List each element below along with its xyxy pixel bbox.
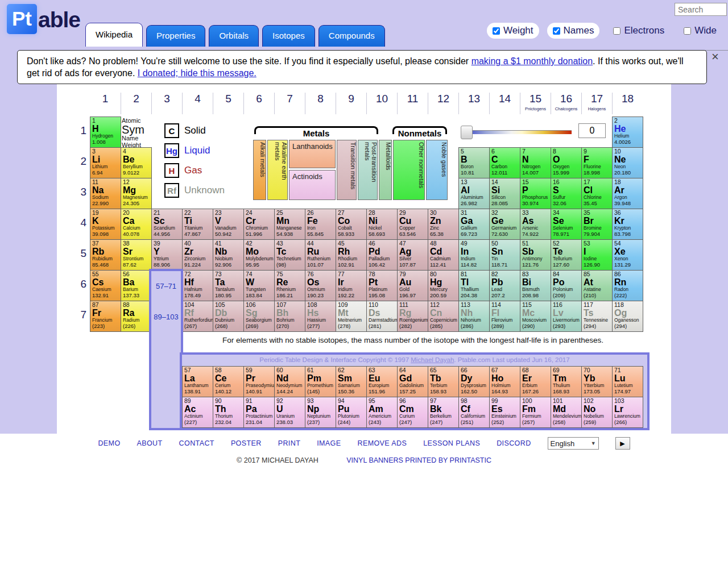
lanthanoid-series-marker[interactable]: 57–71	[152, 272, 180, 301]
element-cell-sm[interactable]: 62SmSamarium150.36	[336, 366, 367, 397]
element-cell-o[interactable]: 8OOxygen15.999	[551, 147, 582, 178]
element-cell-rg[interactable]: 111RgRoentgenium(282)	[397, 301, 428, 332]
element-cell-rb[interactable]: 37RbRubidium85.468	[90, 239, 121, 271]
element-cell-pm[interactable]: 61PmPromethium(145)	[305, 366, 336, 397]
group-header-15[interactable]: 15Pnictogens	[520, 93, 551, 114]
element-cell-pa[interactable]: 91PaProtactinium231.04	[243, 397, 275, 428]
banner-close-icon[interactable]: ×	[712, 51, 719, 63]
element-cell-rn[interactable]: 86RnRadon(222)	[612, 270, 643, 301]
element-cell-s[interactable]: 16SSulfur32.06	[551, 178, 582, 209]
element-cell-in[interactable]: 49InIndium114.82	[458, 239, 490, 271]
element-cell-mc[interactable]: 115McMoscovium(290)	[520, 301, 551, 332]
toggle-wide-checkbox[interactable]	[684, 27, 691, 35]
element-cell-mo[interactable]: 42MoMolybdenum95.95	[243, 239, 275, 271]
printastic-link[interactable]: VINYL BANNERS PRINTED BY PRINTASTIC	[346, 456, 491, 464]
tab-compounds[interactable]: Compounds	[318, 25, 385, 47]
element-cell-pr[interactable]: 59PrPraseodymium140.91	[243, 366, 275, 397]
element-cell-po[interactable]: 84PoPolonium(209)	[551, 270, 582, 301]
tab-properties[interactable]: Properties	[146, 25, 205, 47]
element-cell-al[interactable]: 13AlAluminium26.982	[458, 178, 490, 209]
element-cell-ar[interactable]: 18ArArgon39.948	[612, 178, 643, 209]
element-cell-cm[interactable]: 96CmCurium(247)	[397, 397, 428, 428]
element-cell-fl[interactable]: 114FlFlerovium(289)	[489, 301, 520, 332]
search-input[interactable]	[675, 3, 727, 16]
element-cell-ag[interactable]: 47AgSilver107.87	[397, 239, 428, 271]
element-cell-f[interactable]: 9FFluorine18.998	[581, 147, 613, 178]
element-cell-tl[interactable]: 81TlThallium204.38	[458, 270, 490, 301]
tab-wikipedia[interactable]: Wikipedia	[85, 23, 143, 47]
group-header-4[interactable]: 4	[182, 93, 213, 114]
tab-orbitals[interactable]: Orbitals	[209, 25, 259, 47]
toggle-names[interactable]: Names	[547, 23, 600, 39]
element-cell-mg[interactable]: 12MgMagnesium24.305	[121, 178, 152, 209]
group-header-9[interactable]: 9	[336, 93, 366, 114]
period-label-6[interactable]: 6	[68, 278, 86, 290]
element-cell-bk[interactable]: 97BkBerkelium(247)	[428, 397, 459, 428]
element-cell-h[interactable]: 1HHydrogen1.008	[90, 117, 121, 148]
group-header-6[interactable]: 6	[243, 93, 274, 114]
element-cell-la[interactable]: 57LaLanthanum138.91	[182, 366, 213, 397]
element-cell-es[interactable]: 99EsEinsteinium(252)	[489, 397, 520, 428]
element-cell-nd[interactable]: 60NdNeodymium144.24	[274, 366, 305, 397]
element-cell-ru[interactable]: 44RuRuthenium101.07	[305, 239, 336, 271]
element-cell-bi[interactable]: 83BiBismuth208.98	[520, 270, 551, 301]
element-cell-ce[interactable]: 58CeCerium140.12	[213, 366, 244, 397]
group-header-12[interactable]: 12	[428, 93, 458, 114]
group-header-17[interactable]: 17Halogens	[581, 93, 612, 114]
element-cell-k[interactable]: 19KPotassium39.098	[90, 209, 121, 240]
element-cell-as[interactable]: 33AsArsenic74.922	[520, 209, 551, 240]
element-cell-lr[interactable]: 103LrLawrencium(266)	[612, 397, 643, 428]
element-cell-ne[interactable]: 10NeNeon20.180	[612, 147, 643, 178]
element-cell-ts[interactable]: 117TsTennessine(294)	[581, 301, 613, 332]
element-cell-md[interactable]: 101MdMendelevium(258)	[551, 397, 582, 428]
group-header-2[interactable]: 2	[121, 93, 151, 114]
element-cell-fr[interactable]: 87FrFrancium(223)	[90, 301, 121, 332]
element-cell-sg[interactable]: 106SgSeaborgium(269)	[243, 301, 275, 332]
element-cell-p[interactable]: 15PPhosphorus30.974	[520, 178, 551, 209]
element-cell-rh[interactable]: 45RhRhodium102.91	[336, 239, 367, 271]
toggle-weight[interactable]: Weight	[487, 23, 539, 39]
toggle-weight-checkbox[interactable]	[493, 27, 500, 35]
element-cell-no[interactable]: 102NoNobelium(259)	[581, 397, 613, 428]
footer-link-image[interactable]: IMAGE	[317, 439, 341, 447]
element-cell-lu[interactable]: 71LuLutetium174.97	[612, 366, 643, 397]
footer-link-poster[interactable]: POSTER	[231, 439, 262, 447]
element-cell-pt[interactable]: 78PtPlatinum195.08	[366, 270, 398, 301]
footer-link-demo[interactable]: DEMO	[98, 439, 120, 447]
element-cell-rf[interactable]: 104RfRutherfordium(267)	[182, 301, 213, 332]
element-cell-pb[interactable]: 82PbLead207.2	[489, 270, 520, 301]
element-cell-ds[interactable]: 110DsDarmstadtium(281)	[366, 301, 398, 332]
element-cell-y[interactable]: 39YYttrium88.906	[151, 239, 183, 271]
element-cell-n[interactable]: 7NNitrogen14.007	[520, 147, 551, 178]
footer-link-discord[interactable]: DISCORD	[497, 439, 531, 447]
element-cell-fm[interactable]: 100FmFermium(257)	[520, 397, 551, 428]
element-cell-sr[interactable]: 38SrStrontium87.62	[121, 239, 152, 271]
footer-link-remove-ads[interactable]: REMOVE ADS	[357, 439, 407, 447]
element-cell-tm[interactable]: 69TmThulium168.93	[551, 366, 582, 397]
element-cell-am[interactable]: 95AmAmericium(243)	[366, 397, 398, 428]
element-cell-th[interactable]: 90ThThorium232.04	[213, 397, 244, 428]
element-cell-fe[interactable]: 26FeIron55.845	[305, 209, 336, 240]
element-cell-na[interactable]: 11NaSodium22.990	[90, 178, 121, 209]
group-header-11[interactable]: 11	[397, 93, 428, 114]
element-cell-cd[interactable]: 48CdCadmium112.41	[428, 239, 459, 271]
element-cell-bh[interactable]: 107BhBohrium(270)	[274, 301, 305, 332]
element-cell-ti[interactable]: 22TiTitanium47.867	[182, 209, 213, 240]
group-header-3[interactable]: 3	[151, 93, 182, 114]
element-cell-be[interactable]: 4BeBeryllium9.0122	[121, 147, 152, 178]
group-header-7[interactable]: 7	[274, 93, 305, 114]
period-label-1[interactable]: 1	[68, 124, 86, 137]
actinoid-series-marker[interactable]: 89–103	[152, 302, 180, 332]
element-cell-nb[interactable]: 41NbNiobium92.906	[213, 239, 244, 271]
element-cell-yb[interactable]: 70YbYtterbium173.05	[581, 366, 613, 397]
element-cell-ir[interactable]: 77IrIridium192.22	[336, 270, 367, 301]
element-cell-lv[interactable]: 116LvLivermorium(293)	[551, 301, 582, 332]
element-cell-mt[interactable]: 109MtMeitnerium(278)	[336, 301, 367, 332]
period-label-2[interactable]: 2	[68, 155, 86, 168]
element-cell-cu[interactable]: 29CuCopper63.546	[397, 209, 428, 240]
element-cell-ra[interactable]: 88RaRadium(226)	[121, 301, 152, 332]
michael-dayah-link[interactable]: Michael Dayah	[411, 356, 454, 363]
element-cell-se[interactable]: 34SeSelenium78.971	[551, 209, 582, 240]
period-label-7[interactable]: 7	[68, 309, 86, 321]
element-cell-kr[interactable]: 36KrKrypton83.798	[612, 209, 643, 240]
